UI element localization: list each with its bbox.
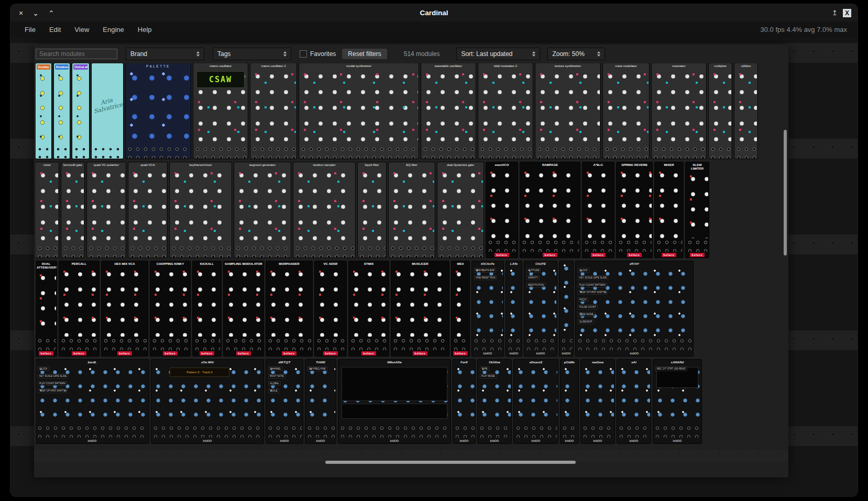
module-tocante[interactable]: tOCAnTeBPM BEATS BARFINE RESET RUNbIdOO [472, 261, 503, 356]
module-macro-oscillator-2[interactable]: macro oscillator 2 [250, 63, 296, 159]
module-ports [300, 145, 418, 159]
module-kickall[interactable]: KICKALLbefaco [193, 261, 221, 356]
module-title: RAMPAGE [520, 162, 580, 168]
module-a-b-c[interactable]: A*B+Cbefaco [583, 162, 614, 258]
module-bordl[interactable]: bordLCLOCKKEY SCALE GATE SLIDEPLAY COUNT… [36, 360, 149, 443]
module-multiples[interactable]: multiples [709, 63, 732, 159]
module-panel[interactable]: Aria Salvatrice [92, 63, 123, 159]
module-title: SLEW LIMITER [686, 162, 709, 171]
module-rotatoes[interactable]: Rotatoes [54, 63, 70, 159]
module-labels: ALTITUDEGRAVITYRESTITUTION [526, 268, 545, 287]
module-title: wavetable oscillator [421, 63, 476, 69]
module-mex[interactable]: MEXbefaco [452, 261, 469, 356]
module-macro-oscillator[interactable]: macro oscillatorCSAW [193, 63, 248, 159]
module-tidal-modulator-2[interactable]: tidal modulator 2 [478, 63, 533, 159]
horizontal-scrollbar-thumb[interactable] [325, 461, 576, 464]
module-eq-filter[interactable]: EQ filter [389, 162, 435, 258]
module-slew-limiter[interactable]: SLEW LIMITERbefaco [686, 162, 709, 258]
module-ports [652, 145, 706, 159]
module-dikt-t[interactable]: dIKT@TCHANNELROOT NOTEGLOBALSCALEbIdOO [266, 360, 303, 443]
reset-filters-button[interactable]: Reset filters [342, 49, 387, 59]
module-grubby[interactable]: Grubby [36, 63, 51, 159]
module-late[interactable]: LATebIdOO [506, 261, 522, 356]
vertical-scrollbar-thumb[interactable] [784, 130, 787, 255]
module-modal-synthesizer[interactable]: modal synthesizer [299, 63, 419, 159]
module-mixer[interactable]: MIXERbefaco [655, 162, 683, 258]
module-tiare[interactable]: TiAREFM FREQ FINEbIdOO [305, 360, 336, 443]
favorites-checkbox[interactable] [300, 50, 307, 58]
menu-edit[interactable]: Edit [42, 26, 68, 34]
module-ngular[interactable]: ÛnGuLaR [72, 63, 89, 159]
module-chute[interactable]: ChUTEALTITUDEGRAVITYRESTITUTIONbIdOO [524, 261, 557, 356]
module-percall[interactable]: PERCALLbefaco [59, 261, 99, 356]
menu-view[interactable]: View [68, 26, 96, 34]
module-texture-synthesizer[interactable]: texture synthesizer [535, 63, 600, 159]
module-stmix[interactable]: STMIXbefaco [349, 261, 389, 356]
module-resonator[interactable]: resonator [652, 63, 706, 159]
module-mixer[interactable]: mixer [36, 162, 59, 258]
module-hex-mix-vca[interactable]: HEX MIX VCAbefaco [102, 261, 148, 356]
module-limonade[interactable]: lIMonADebIdOO [338, 360, 451, 443]
module-canard[interactable]: cANARdREC O/T STRT LEN READbIdOO [653, 360, 701, 443]
module-muxlicer[interactable]: MUXLICERbefaco [391, 261, 449, 356]
module-morphader[interactable]: MORPHADERbefaco [266, 261, 312, 356]
module-wavetable-oscillator[interactable]: wavetable oscillator [421, 63, 476, 159]
module-ouaive[interactable]: OUAIveTYPEPLAY MODEbIdOO [478, 360, 511, 443]
module-ports [36, 244, 58, 258]
module-zo-ma[interactable]: zOù MAïPattern 0 · Track 0bIdOO [151, 360, 263, 443]
module-panel-graphics [126, 69, 190, 145]
module-panel-graphics [655, 168, 683, 238]
module-title: macro oscillator [193, 63, 248, 69]
menu-help[interactable]: Help [131, 26, 159, 34]
module-ports [339, 424, 450, 438]
updown-arrows-icon [597, 51, 600, 57]
module-spring-reverb[interactable]: SPRING REVERBbefaco [617, 162, 652, 258]
zoom-select[interactable]: Zoom: 50% [547, 48, 605, 60]
module-panel-graphics [686, 172, 708, 238]
module-title: ForK [453, 360, 475, 365]
module-title: dual dynamics gate [437, 162, 484, 168]
module-liquid-filter[interactable]: liquid filter [358, 162, 386, 258]
module-palette[interactable]: PALETTE [126, 63, 191, 159]
module-meta-modulator[interactable]: meta modulator [603, 63, 649, 159]
module-bernoulli-gate[interactable]: bernoulli gate [61, 162, 84, 258]
module-title: macro oscillator 2 [250, 63, 296, 69]
module-dual-attenuverter[interactable]: DUAL ATTENUVERTERbefaco [36, 261, 57, 356]
module-ports [561, 424, 578, 438]
module-edsaros[interactable]: eDsaroSbIdOO [514, 360, 558, 443]
module-vc-adsr[interactable]: VC ADSRbefaco [315, 261, 346, 356]
x11-icon[interactable]: X [843, 9, 851, 17]
chevron-up-icon[interactable]: ⌃ [48, 9, 54, 17]
module-sampling-modulator[interactable]: SAMPLING MODULATORbefaco [224, 261, 263, 356]
module-segment-generator[interactable]: segment generator [234, 162, 291, 258]
menu-engine[interactable]: Engine [96, 26, 130, 34]
menu-file[interactable]: File [18, 26, 42, 34]
module-fork[interactable]: ForKbIdOO [453, 360, 475, 443]
module-quad-vca[interactable]: quad VCA [128, 162, 167, 258]
module-utilities[interactable]: utilities [734, 63, 757, 159]
search-input[interactable] [36, 49, 117, 59]
module-rampage[interactable]: RAMPAGEbefaco [520, 162, 580, 258]
module-title: maGma [581, 360, 614, 365]
module-panel[interactable]: bIdOO [559, 261, 573, 356]
module-title: dIKT@T [266, 360, 303, 365]
brand-select[interactable]: Brand [126, 48, 204, 60]
module-ports [306, 424, 335, 438]
module-dual-dynamics-gate[interactable]: dual dynamics gate [437, 162, 484, 258]
brand-logo: bIdOO [453, 438, 475, 443]
module-magma[interactable]: maGmabIdOO [581, 360, 614, 443]
module-ports [581, 424, 614, 438]
module-dtroy[interactable]: dTrOYCLOCKKEY SCALE GATE SLIDEPLAY COUNT… [576, 261, 693, 356]
module-chopping-kinky[interactable]: CHOPPING KINKYbefaco [150, 261, 190, 356]
module-evenvco[interactable]: evenVCObefaco [486, 162, 518, 258]
module-keyframer-mixer[interactable]: keyframer/mixer [170, 162, 232, 258]
module-po-ms[interactable]: pOùMsbIdOO [561, 360, 578, 443]
module-random-sampler[interactable]: random sampler [293, 162, 355, 258]
module-quad-vc-polarizer[interactable]: quad VC-polarizer [87, 162, 126, 258]
pin-icon[interactable]: ↥ [832, 9, 838, 17]
sort-select[interactable]: Sort: Last updated [456, 48, 540, 60]
chevron-down-icon[interactable]: ⌄ [32, 9, 39, 17]
module-oa[interactable]: oAïbIdOO [617, 360, 651, 443]
tags-select[interactable]: Tags [213, 48, 291, 60]
close-icon[interactable]: × [19, 9, 23, 17]
